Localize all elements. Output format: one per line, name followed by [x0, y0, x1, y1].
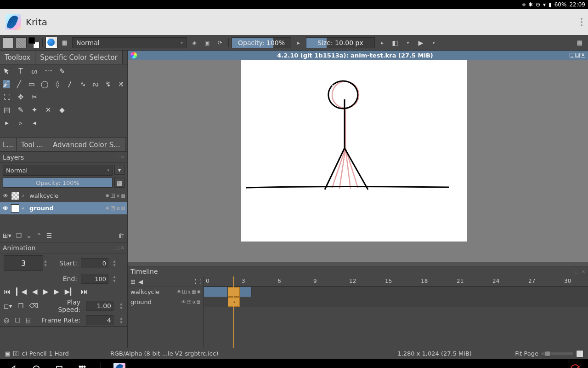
ellipse-tool-icon[interactable]: ◯ [41, 80, 49, 88]
float-icon[interactable]: ⬚ [575, 269, 579, 274]
color-picker-tool-icon[interactable]: ✎ [17, 106, 25, 114]
size-link-icon[interactable]: ▸ [377, 38, 388, 48]
tab-tool-options[interactable]: Tool ... [17, 138, 48, 151]
end-field[interactable]: 100 [81, 274, 108, 284]
assistant-tool-icon[interactable]: ◆ [58, 106, 66, 114]
layer-down-icon[interactable]: ⌄ [26, 232, 32, 239]
tab-specific-color[interactable]: Specific Color Selector [35, 51, 123, 64]
go-next-frame-icon[interactable]: ▶ [54, 288, 59, 296]
timeline-track-walkcycle[interactable]: walkcycle 👁⚿α▦✺ [128, 287, 204, 297]
close-doc-icon[interactable]: × [581, 53, 585, 58]
move-tool-icon[interactable]: ✥ [17, 93, 25, 101]
tl-zoom-icon[interactable]: ⛶ [195, 278, 201, 285]
onion-skin-icon[interactable]: ◎ [4, 316, 9, 324]
eye-icon[interactable]: 👁 [2, 205, 9, 212]
props-icon[interactable]: ▦ [121, 206, 125, 211]
fg-bg-color[interactable] [28, 37, 40, 48]
mirror-v-arrow-icon[interactable]: ▾ [428, 38, 439, 48]
polygon-tool-icon[interactable]: ◊ [54, 80, 62, 88]
mirror-horizontal-icon[interactable]: ◧ [390, 38, 401, 48]
float-icon[interactable]: ⬚ [114, 155, 119, 160]
alpha-icon[interactable]: α [117, 206, 120, 211]
crop-tool-icon[interactable]: ✂ [30, 93, 39, 101]
tab-toolbox[interactable]: Toolbox [0, 51, 35, 64]
layer-blend-combo[interactable]: Normal▾ [3, 165, 113, 176]
layer-filter-button[interactable]: ▾ [114, 165, 124, 175]
brush-preset-button[interactable] [45, 37, 57, 49]
multi-brush-tool-icon[interactable]: ⤨ [117, 80, 124, 88]
timeline-frame-grid[interactable]: 0 3 6 9 12 15 18 21 24 27 30 [204, 276, 588, 348]
props-icon[interactable]: ▦ [121, 193, 125, 198]
go-prev-key-icon[interactable]: ▎◀ [16, 288, 27, 296]
mirror-h-arrow-icon[interactable]: ▾ [402, 38, 413, 48]
layer-up-icon[interactable]: ⌃ [36, 232, 42, 239]
drop-frames-icon[interactable]: ⌸ [26, 316, 30, 324]
canvas[interactable] [241, 60, 467, 242]
line-tool-icon[interactable]: ╱ [16, 80, 23, 88]
layer-opacity-options[interactable]: ▦ [114, 178, 124, 188]
dyna-tool-icon[interactable]: ↯ [105, 80, 112, 88]
dup-frame-icon[interactable]: ❐ [18, 302, 24, 310]
fit-page-label[interactable]: Fit Page [515, 350, 538, 357]
onion-icon[interactable]: ✺ [105, 206, 109, 211]
lock-icon[interactable]: ⚿ [111, 193, 115, 198]
size-slider[interactable]: Size: 10.00 px [306, 37, 375, 48]
close-panel-icon[interactable]: ✕ [121, 155, 124, 160]
reload-preset-icon[interactable]: ⟳ [215, 38, 226, 48]
lock-icon[interactable]: ⚿ [111, 206, 115, 211]
more-tools-1-icon[interactable]: ▸ [3, 119, 11, 127]
opacity-link-icon[interactable]: ▸ [293, 38, 304, 48]
tl-audio-icon[interactable]: ◀ [138, 278, 143, 285]
start-field[interactable]: 0 [81, 258, 108, 268]
float-icon[interactable]: ⬚ [114, 245, 119, 250]
transform-tool-icon[interactable]: ⛶ [3, 93, 11, 101]
current-frame-field[interactable]: 3 [4, 255, 43, 271]
delete-layer-icon[interactable]: 🗑 [118, 232, 124, 239]
select-tool-icon[interactable] [3, 67, 11, 75]
more-tools-3-icon[interactable]: ◂ [30, 119, 39, 127]
pattern-swatch[interactable] [16, 37, 27, 48]
layer-row-ground[interactable]: 👁 ⤶ ground ✺⚿α▦ [0, 202, 127, 214]
tab-adv-color[interactable]: Advanced Color S... [48, 138, 125, 151]
audio-icon[interactable]: ☐ [15, 316, 21, 324]
go-next-key-icon[interactable]: ▶▎ [65, 288, 75, 296]
freehand-brush-tool-icon[interactable]: 🖌 [3, 80, 10, 88]
timeline-ruler[interactable]: 0 3 6 9 12 15 18 21 24 27 30 [204, 276, 588, 287]
polyline-tool-icon[interactable]: 〳 [67, 80, 74, 88]
timeline-lane-ground[interactable] [204, 297, 588, 307]
timeline-track-ground[interactable]: ground 👁⚿α▦ [128, 297, 204, 307]
blend-mode-combo[interactable]: Normal ▾ [72, 37, 187, 48]
gradient-swatch[interactable] [3, 37, 14, 48]
alpha-icon[interactable]: α [117, 193, 120, 198]
rect-tool-icon[interactable]: ▭ [28, 80, 35, 88]
add-frame-icon[interactable]: ◻▾ [4, 302, 12, 310]
zoom-slider[interactable] [541, 352, 573, 355]
timeline-lane-walkcycle[interactable] [204, 287, 588, 297]
go-prev-frame-icon[interactable]: ◀ [32, 288, 38, 296]
mirror-vertical-icon[interactable]: ▶ [415, 38, 426, 48]
alpha-lock-icon[interactable]: ▣ [202, 38, 213, 48]
play-icon[interactable]: ▶ [43, 288, 49, 296]
bezier-tool-icon[interactable]: ∿ [79, 80, 87, 88]
fill-tool-icon[interactable]: ▤ [3, 106, 11, 114]
play-speed-field[interactable]: 1.00 [86, 301, 113, 311]
eye-icon[interactable]: 👁 [2, 192, 9, 200]
app-drawer-icon[interactable] [77, 364, 87, 368]
screen-rotation-lock-icon[interactable] [571, 364, 580, 368]
close-panel-icon[interactable]: ✕ [582, 269, 585, 274]
close-panel-icon[interactable]: ✕ [121, 245, 124, 250]
tl-add-icon[interactable]: ⊞ [130, 278, 136, 285]
back-icon[interactable] [8, 364, 18, 368]
add-layer-icon[interactable]: ⊞▾ [3, 232, 11, 239]
timeline-playhead[interactable] [233, 276, 234, 348]
layer-opacity-slider[interactable]: Opacity: 100% [3, 178, 113, 188]
gradient-tool-icon[interactable]: ✕ [44, 106, 52, 114]
text-tool-icon[interactable]: T [17, 67, 25, 75]
calligraphy-tool-icon[interactable]: ᔕ [30, 67, 39, 75]
layer-props-icon[interactable]: ☰ [46, 232, 52, 239]
edit-shapes-tool-icon[interactable]: 〰 [44, 67, 52, 75]
overflow-menu-button[interactable] [581, 18, 582, 26]
freehand-path-tool-icon[interactable]: ᔓ [92, 80, 99, 88]
go-last-frame-icon[interactable]: ⏭ [81, 288, 88, 296]
canvas-viewport[interactable] [128, 60, 588, 266]
